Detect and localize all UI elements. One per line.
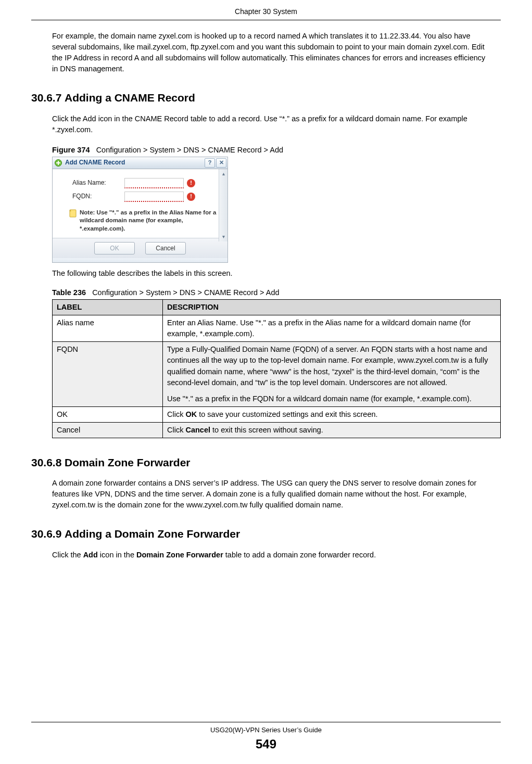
table-row: Alias name Enter an Alias Name. Use "*."… (53, 315, 501, 342)
table-cell-label: Cancel (53, 422, 163, 438)
dialog-scrollbar[interactable]: ▴ ▾ (219, 169, 227, 242)
footer-rule (31, 722, 501, 722)
dialog-note: Note: Use "*." as a prefix in the Alias … (53, 208, 227, 238)
section-30-6-9-heading: 30.6.9Adding a Domain Zone Forwarder (31, 526, 501, 542)
section-number: 30.6.7 (31, 90, 65, 106)
section-30-6-7-heading: 30.6.7Adding a CNAME Record (31, 90, 501, 106)
scroll-up-icon[interactable]: ▴ (219, 170, 227, 177)
figure-374-label: Figure 374 Configuration > System > DNS … (52, 145, 501, 156)
section-30-6-7-paragraph: Click the Add icon in the CNAME Record t… (31, 113, 501, 135)
table-236: LABEL DESCRIPTION Alias name Enter an Al… (52, 299, 501, 438)
ok-button[interactable]: OK (94, 242, 135, 254)
help-icon[interactable]: ? (205, 158, 215, 168)
scroll-down-icon[interactable]: ▾ (219, 233, 227, 240)
page-number: 549 (0, 735, 532, 754)
fqdn-desc-p1: Type a Fully-Qualified Domain Name (FQDN… (167, 344, 496, 388)
fqdn-input[interactable] (124, 192, 184, 202)
table-236-label: Table 236 Configuration > System > DNS >… (52, 287, 501, 298)
intro-paragraph: For example, the domain name zyxel.com i… (31, 31, 501, 74)
table-cell-desc: Enter an Alias Name. Use "*." as a prefi… (163, 315, 501, 342)
add-icon (54, 158, 63, 168)
table-row: FQDN Type a Fully-Qualified Domain Name … (53, 342, 501, 406)
chapter-header: Chapter 30 System (31, 5, 501, 20)
section-30-6-8-paragraph: A domain zone forwarder contains a DNS s… (31, 478, 501, 511)
table-caption: Configuration > System > DNS > CNAME Rec… (92, 288, 279, 297)
table-row: OK Click OK to save your customized sett… (53, 406, 501, 422)
add-cname-dialog: Add CNAME Record ? ✕ Alias Name: ! FQDN:… (52, 157, 228, 263)
table-cell-desc: Click OK to save your customized setting… (163, 406, 501, 422)
table-cell-label: Alias name (53, 315, 163, 342)
dialog-title-text: Add CNAME Record (65, 158, 125, 167)
table-cell-label: OK (53, 406, 163, 422)
cancel-button[interactable]: Cancel (145, 242, 186, 254)
dialog-footer: OK Cancel (53, 238, 227, 258)
section-number: 30.6.8 (31, 455, 65, 470)
alias-name-row: Alias Name: ! (72, 176, 227, 190)
footer-guide-name: USG20(W)-VPN Series User’s Guide (0, 725, 532, 735)
table-cell-desc: Click Cancel to exit this screen without… (163, 422, 501, 438)
section-title: Domain Zone Forwarder (65, 456, 191, 468)
section-number: 30.6.9 (31, 526, 65, 542)
table-head-desc: DESCRIPTION (163, 300, 501, 315)
note-icon (68, 209, 78, 218)
section-30-6-9-paragraph: Click the Add icon in the Domain Zone Fo… (31, 550, 501, 561)
table-row: Cancel Click Cancel to exit this screen … (53, 422, 501, 438)
error-icon: ! (187, 179, 195, 187)
section-title: Adding a Domain Zone Forwarder (65, 528, 240, 540)
table-header-row: LABEL DESCRIPTION (53, 300, 501, 315)
page-footer: USG20(W)-VPN Series User’s Guide 549 (0, 722, 532, 754)
table-number: Table 236 (52, 288, 86, 297)
close-icon[interactable]: ✕ (216, 158, 226, 168)
table-cell-desc: Type a Fully-Qualified Domain Name (FQDN… (163, 342, 501, 406)
fqdn-row: FQDN: ! (72, 190, 227, 203)
figure-caption: Configuration > System > DNS > CNAME Rec… (96, 146, 283, 154)
fqdn-label: FQDN: (72, 192, 124, 201)
error-icon: ! (187, 193, 195, 201)
table-cell-label: FQDN (53, 342, 163, 406)
dialog-note-text: Note: Use "*." as a prefix in the Alias … (80, 209, 218, 233)
section-title: Adding a CNAME Record (65, 92, 195, 104)
svg-rect-2 (56, 162, 60, 163)
section-30-6-8-heading: 30.6.8Domain Zone Forwarder (31, 455, 501, 470)
alias-name-input[interactable] (124, 178, 184, 188)
figure-number: Figure 374 (52, 146, 90, 154)
alias-name-label: Alias Name: (72, 179, 124, 187)
table-intro: The following table describes the labels… (52, 268, 501, 279)
header-rule (31, 20, 501, 20)
dialog-titlebar: Add CNAME Record ? ✕ (53, 157, 227, 169)
fqdn-desc-p2: Use "*." as a prefix in the FQDN for a w… (167, 393, 496, 404)
table-head-label: LABEL (53, 300, 163, 315)
